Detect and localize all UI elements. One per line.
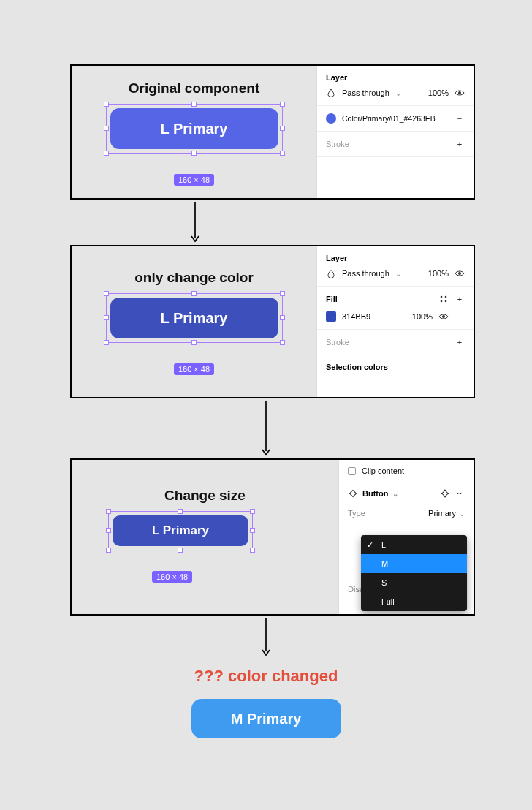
style-icon[interactable] [438, 294, 449, 304]
panel-left: only change color L Primary 160 × 48 [72, 246, 316, 397]
more-icon[interactable]: ·· [455, 488, 465, 499]
color-style-name[interactable]: Color/Primary/01_#4263EB [342, 114, 449, 123]
fill-swatch[interactable] [326, 311, 336, 322]
properties-sidebar: Layer Pass through ⌄ 100% C [316, 66, 474, 198]
size-badge-row: 160 × 48 [80, 164, 308, 186]
result-block: ??? color changed M Primary [0, 667, 532, 738]
variant-type-row: Type Primary ⌄ [339, 504, 474, 522]
resize-handle-tl[interactable] [104, 291, 109, 296]
chevron-down-icon[interactable]: ⌄ [395, 270, 401, 278]
layer-section: Layer Pass through ⌄ 100% [317, 66, 474, 106]
blend-mode-value[interactable]: Pass through [342, 88, 390, 97]
resize-handle-ml[interactable] [104, 315, 109, 320]
blend-icon [326, 268, 336, 279]
resize-handle-br[interactable] [250, 548, 255, 553]
resize-handle-mr[interactable] [280, 126, 285, 131]
resize-handle-ml[interactable] [104, 126, 109, 131]
warning-text: ??? color changed [0, 667, 532, 686]
resize-handle-mr[interactable] [280, 315, 285, 320]
fill-hex[interactable]: 314BB9 [342, 312, 370, 321]
dropdown-option-l[interactable]: ✓ L [361, 535, 467, 554]
section-heading-selcolors: Selection colors [326, 363, 465, 371]
panel-change-color: only change color L Primary 160 × 48 [70, 245, 475, 398]
resize-handle-mr[interactable] [250, 528, 255, 533]
svg-point-6 [445, 300, 447, 303]
plus-icon[interactable]: + [455, 337, 465, 347]
resize-handle-tl[interactable] [106, 509, 111, 514]
plus-icon[interactable]: + [455, 294, 465, 304]
panel-original: Original component L Primary 160 × 48 [70, 64, 475, 200]
stroke-section: Stroke + [317, 330, 474, 355]
svg-rect-10 [442, 491, 448, 496]
fill-opacity[interactable]: 100% [412, 312, 433, 321]
svg-point-11 [444, 490, 446, 491]
svg-point-7 [442, 315, 445, 318]
svg-point-14 [448, 493, 449, 494]
resize-handle-tm[interactable] [178, 509, 183, 514]
panel-title: Original component [80, 80, 308, 96]
component-name[interactable]: Button [362, 489, 388, 498]
variant-prop-value[interactable]: Primary [428, 509, 456, 518]
resize-handle-tr[interactable] [250, 509, 255, 514]
properties-sidebar: Clip content Button ⌄ ·· Type Primary [338, 460, 474, 614]
section-heading-layer: Layer [326, 254, 465, 262]
svg-point-0 [458, 91, 461, 94]
svg-point-2 [458, 272, 461, 275]
color-style-swatch[interactable] [326, 113, 336, 124]
resize-handle-br[interactable] [280, 151, 285, 156]
resize-handle-bm[interactable] [191, 340, 197, 345]
svg-point-3 [441, 296, 443, 298]
resize-handle-bl[interactable] [104, 151, 109, 156]
resize-handle-tm[interactable] [191, 102, 197, 107]
component-selection[interactable]: L Primary [113, 515, 248, 546]
panel-title: only change color [80, 270, 308, 286]
resize-handle-tr[interactable] [280, 291, 285, 296]
size-badge-row: 160 × 48 [80, 353, 308, 375]
dropdown-option-full[interactable]: Full [361, 592, 467, 611]
panel-left: Original component L Primary 160 × 48 [72, 66, 316, 198]
resize-handle-bm[interactable] [191, 151, 197, 156]
selection-outline [108, 511, 253, 550]
resize-handle-bl[interactable] [106, 548, 111, 553]
plus-icon[interactable]: + [455, 139, 465, 149]
blend-icon [326, 88, 336, 98]
opacity-value[interactable]: 100% [428, 269, 449, 278]
eye-icon[interactable] [455, 88, 465, 98]
eye-icon[interactable] [455, 268, 465, 279]
size-badge: 160 × 48 [152, 571, 192, 583]
dropdown-option-s[interactable]: S [361, 573, 467, 592]
resize-handle-ml[interactable] [106, 528, 111, 533]
blend-row: Pass through ⌄ 100% [326, 88, 465, 98]
svg-point-5 [441, 300, 443, 303]
arrow-down [262, 398, 270, 457]
chevron-down-icon[interactable]: ⌄ [395, 89, 401, 97]
opacity-value[interactable]: 100% [428, 88, 449, 97]
resize-handle-tl[interactable] [104, 102, 109, 107]
panel-change-size: Change size L Primary 160 × 48 [70, 458, 475, 616]
component-selection[interactable]: L Primary [110, 108, 278, 149]
resize-handle-bm[interactable] [178, 548, 183, 553]
dropdown-option-m[interactable]: M [361, 554, 467, 573]
result-button[interactable]: M Primary [191, 699, 341, 738]
remove-icon[interactable]: − [455, 311, 465, 322]
chevron-down-icon[interactable]: ⌄ [459, 510, 465, 518]
variant-prop-label: Type [348, 509, 428, 518]
swap-icon[interactable] [440, 488, 450, 499]
component-selection[interactable]: L Primary [110, 298, 278, 338]
eye-icon[interactable] [438, 311, 449, 322]
resize-handle-tm[interactable] [191, 291, 197, 296]
blend-mode-value[interactable]: Pass through [342, 269, 390, 278]
fill-style-section: Color/Primary/01_#4263EB − [317, 106, 474, 132]
chevron-down-icon[interactable]: ⌄ [392, 490, 398, 498]
resize-handle-tr[interactable] [280, 102, 285, 107]
fill-section: Fill + 314BB9 100% − [317, 287, 474, 330]
panel-left: Change size L Primary 160 × 48 [72, 460, 338, 614]
svg-point-12 [444, 496, 446, 498]
remove-icon[interactable]: − [455, 113, 465, 124]
selection-colors-section: Selection colors [317, 355, 474, 379]
svg-rect-9 [349, 490, 356, 496]
resize-handle-bl[interactable] [104, 340, 109, 345]
checkbox[interactable] [348, 467, 356, 475]
resize-handle-br[interactable] [280, 340, 285, 345]
blend-row: Pass through ⌄ 100% [326, 268, 465, 279]
